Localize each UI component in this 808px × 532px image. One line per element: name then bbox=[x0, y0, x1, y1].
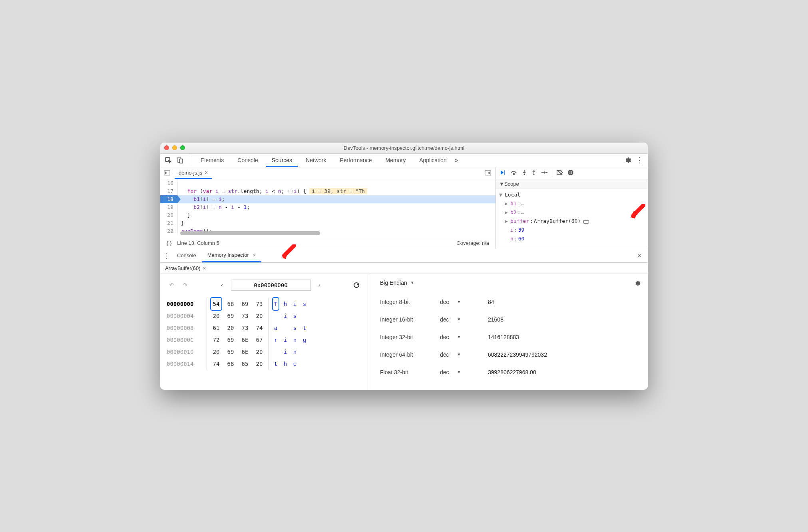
hex-byte[interactable]: 65 bbox=[240, 358, 250, 370]
scope-local[interactable]: ▼Local bbox=[499, 191, 645, 199]
refresh-icon[interactable] bbox=[352, 280, 361, 290]
ascii-char[interactable] bbox=[302, 346, 307, 358]
hex-byte[interactable]: 20 bbox=[254, 310, 265, 322]
more-panels-icon[interactable]: » bbox=[455, 157, 458, 164]
hex-byte[interactable]: 54 bbox=[211, 298, 221, 310]
ascii-char[interactable]: n bbox=[292, 346, 298, 358]
hex-byte[interactable]: 73 bbox=[254, 298, 265, 310]
ascii-char[interactable]: t bbox=[273, 358, 279, 370]
hex-byte[interactable]: 69 bbox=[225, 334, 236, 346]
hex-byte[interactable]: 20 bbox=[225, 322, 236, 334]
hex-row[interactable]: 0000000054686973This bbox=[167, 298, 361, 310]
debugger-toggle-icon[interactable] bbox=[484, 169, 492, 177]
value-format-selector[interactable]: dec▼ bbox=[440, 369, 488, 375]
hex-row[interactable]: 0000000861207374a st bbox=[167, 322, 361, 334]
ascii-char[interactable]: T bbox=[273, 298, 279, 310]
ascii-char[interactable] bbox=[273, 346, 279, 358]
code-line[interactable]: 18 b1[i] = i; bbox=[160, 195, 496, 203]
code-line[interactable]: 16 bbox=[160, 179, 496, 187]
value-format-selector[interactable]: dec▼ bbox=[440, 316, 488, 323]
inspect-element-icon[interactable] bbox=[163, 155, 173, 165]
zoom-window-button[interactable] bbox=[180, 145, 185, 150]
ascii-char[interactable] bbox=[302, 310, 307, 322]
ascii-char[interactable] bbox=[273, 310, 279, 322]
scope-var-b2[interactable]: ▶b2: … bbox=[499, 208, 645, 217]
hex-row[interactable]: 0000000420697320 is bbox=[167, 310, 361, 322]
scope-var-n[interactable]: n: 60 bbox=[499, 234, 645, 243]
hex-table[interactable]: 0000000054686973This0000000420697320 is … bbox=[167, 298, 361, 370]
hex-byte[interactable]: 68 bbox=[225, 358, 236, 370]
ascii-char[interactable]: h bbox=[283, 358, 288, 370]
value-format-selector[interactable]: dec▼ bbox=[440, 334, 488, 340]
hex-byte[interactable]: 61 bbox=[211, 322, 221, 334]
close-window-button[interactable] bbox=[164, 145, 169, 150]
code-line[interactable]: 17 for (var i = str.length; i < n; ++i) … bbox=[160, 187, 496, 195]
pause-exceptions-button[interactable] bbox=[567, 169, 574, 177]
tab-memory[interactable]: Memory bbox=[380, 153, 412, 167]
horizontal-scrollbar[interactable] bbox=[180, 231, 491, 235]
deactivate-breakpoints-button[interactable] bbox=[556, 169, 563, 177]
close-drawer-icon[interactable]: × bbox=[637, 252, 641, 260]
ascii-char[interactable]: s bbox=[292, 322, 298, 334]
ascii-char[interactable]: e bbox=[292, 358, 298, 370]
format-icon[interactable]: { } bbox=[167, 240, 171, 246]
step-over-button[interactable] bbox=[510, 169, 517, 177]
hex-byte[interactable]: 6E bbox=[240, 334, 250, 346]
hex-byte[interactable]: 6E bbox=[240, 346, 250, 358]
value-format-selector[interactable]: dec▼ bbox=[440, 299, 488, 305]
endian-selector[interactable]: Big Endian ▼ bbox=[375, 278, 414, 290]
address-input[interactable] bbox=[231, 280, 311, 291]
kebab-menu-icon[interactable]: ⋮ bbox=[635, 155, 645, 165]
resume-button[interactable] bbox=[499, 169, 506, 177]
file-tab[interactable]: demo-js.js × bbox=[175, 167, 212, 179]
hex-row[interactable]: 0000000C72696E67ring bbox=[167, 334, 361, 346]
hex-byte[interactable]: 73 bbox=[240, 310, 250, 322]
ascii-char[interactable]: h bbox=[283, 298, 288, 310]
code-editor[interactable]: 1617 for (var i = str.length; i < n; ++i… bbox=[160, 179, 496, 237]
code-line[interactable]: 21} bbox=[160, 219, 496, 227]
tab-network[interactable]: Network bbox=[300, 153, 332, 167]
ascii-char[interactable]: g bbox=[302, 334, 307, 346]
minimize-window-button[interactable] bbox=[172, 145, 177, 150]
next-page-button[interactable]: › bbox=[315, 280, 324, 290]
hex-row[interactable]: 0000001474686520the bbox=[167, 358, 361, 370]
hex-row[interactable]: 0000001020696E20 in bbox=[167, 346, 361, 358]
hex-byte[interactable]: 20 bbox=[254, 346, 265, 358]
close-drawer-tab-icon[interactable]: × bbox=[253, 248, 256, 262]
hex-byte[interactable]: 20 bbox=[211, 346, 221, 358]
ascii-char[interactable]: t bbox=[302, 322, 307, 334]
scope-var-i[interactable]: i: 39 bbox=[499, 226, 645, 234]
step-out-button[interactable] bbox=[531, 169, 537, 177]
tab-performance[interactable]: Performance bbox=[334, 153, 377, 167]
ascii-char[interactable]: s bbox=[292, 310, 298, 322]
close-buffer-tab-icon[interactable]: × bbox=[203, 265, 206, 271]
value-settings-icon[interactable] bbox=[634, 280, 641, 288]
drawer-tab-console[interactable]: Console bbox=[171, 249, 202, 262]
hex-byte[interactable]: 69 bbox=[225, 310, 236, 322]
tab-sources[interactable]: Sources bbox=[266, 153, 298, 167]
hex-byte[interactable]: 20 bbox=[254, 358, 265, 370]
drawer-menu-icon[interactable]: ⋮ bbox=[163, 251, 171, 260]
navigator-toggle-icon[interactable] bbox=[163, 169, 171, 177]
step-into-button[interactable] bbox=[521, 169, 527, 177]
hex-byte[interactable]: 72 bbox=[211, 334, 221, 346]
ascii-char[interactable] bbox=[302, 358, 307, 370]
undo-icon[interactable]: ↶ bbox=[167, 280, 176, 290]
ascii-char[interactable]: i bbox=[283, 310, 288, 322]
ascii-char[interactable]: n bbox=[292, 334, 298, 346]
hex-byte[interactable]: 74 bbox=[254, 322, 265, 334]
hex-byte[interactable]: 67 bbox=[254, 334, 265, 346]
hex-byte[interactable]: 20 bbox=[211, 310, 221, 322]
scope-var-b1[interactable]: ▶b1: … bbox=[499, 199, 645, 208]
ascii-char[interactable] bbox=[283, 322, 288, 334]
tab-elements[interactable]: Elements bbox=[195, 153, 229, 167]
ascii-char[interactable]: i bbox=[283, 346, 288, 358]
hex-byte[interactable]: 68 bbox=[225, 298, 236, 310]
ascii-char[interactable]: i bbox=[292, 298, 298, 310]
hex-byte[interactable]: 69 bbox=[225, 346, 236, 358]
tab-application[interactable]: Application bbox=[414, 153, 452, 167]
scope-var-buffer[interactable]: ▶buffer: ArrayBuffer(60) bbox=[499, 217, 645, 226]
code-line[interactable]: 19 b2[i] = n - i - 1; bbox=[160, 203, 496, 211]
hex-byte[interactable]: 74 bbox=[211, 358, 221, 370]
memory-icon[interactable] bbox=[583, 218, 589, 224]
